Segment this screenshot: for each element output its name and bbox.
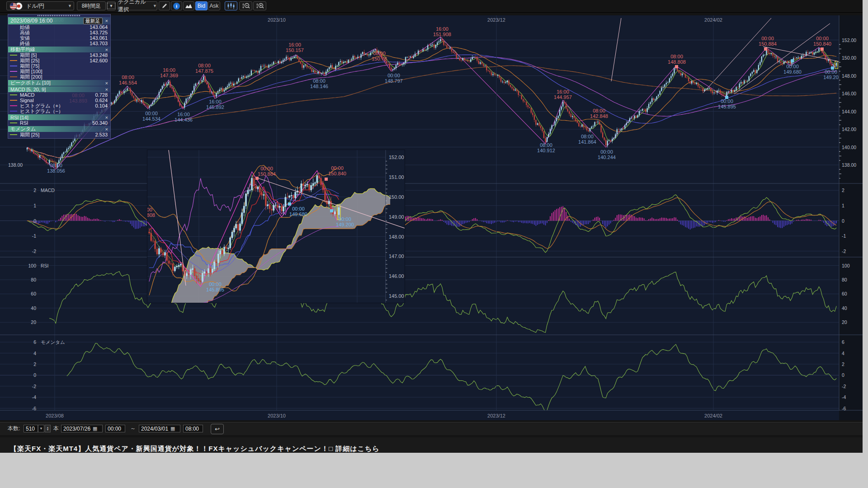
bid-button[interactable]: Bid (195, 1, 208, 10)
area-chart-button[interactable] (183, 1, 194, 10)
currency-pair-select[interactable]: ドル/円 ▼ (6, 1, 74, 10)
indicator-row: 終値143.703 (8, 41, 110, 46)
line-swatch-icon (10, 66, 17, 66)
indicator-value: 143.248 (90, 52, 108, 58)
close-icon[interactable]: × (104, 18, 109, 23)
bar-count-label: 本数: (8, 425, 20, 432)
svg-text:40: 40 (31, 305, 36, 311)
indicator-section-header: ピークボトム [10]× (8, 80, 110, 86)
section-title: ピークボトム [10] (10, 80, 104, 86)
chevron-down-icon: ▼ (153, 4, 157, 8)
close-icon[interactable]: × (104, 80, 109, 86)
svg-text:2: 2 (842, 188, 844, 193)
info-button[interactable]: i (171, 1, 182, 10)
svg-text:80: 80 (842, 277, 847, 282)
svg-text:4: 4 (842, 351, 844, 356)
zoom-out-button[interactable] (239, 1, 252, 10)
svg-text:150.00: 150.00 (389, 194, 404, 200)
section-title: MACD [5, 20, 9] (10, 87, 104, 92)
mountain-icon (185, 3, 193, 9)
close-icon[interactable]: × (104, 87, 109, 92)
svg-text:0: 0 (33, 372, 36, 378)
range-separator: ～ (130, 425, 136, 432)
ask-button[interactable]: Ask (208, 1, 220, 10)
marquee-text: 【楽天FX・楽天MT4】人気通貨ペア・新興国通貨が対象！！FXキャッシュバックキ… (10, 445, 380, 453)
svg-text:6: 6 (33, 339, 36, 345)
svg-text:2023/08: 2023/08 (46, 413, 64, 418)
annotation-time: 00:00 (258, 166, 276, 171)
calendar-icon[interactable]: ▦ (93, 426, 97, 432)
svg-text:6: 6 (842, 339, 844, 345)
draw-tool-button[interactable] (159, 1, 170, 10)
zoom-inset-chart[interactable]: 152.00151.00150.00149.00148.00147.00146.… (147, 150, 405, 303)
bar-count-dropdown[interactable]: ▼ (38, 425, 44, 432)
bar-count-spinner[interactable]: ▲ ▼ (45, 425, 51, 432)
spin-down-icon[interactable]: ▼ (47, 429, 49, 431)
bar-count-value: 510 (26, 426, 35, 432)
reset-range-button[interactable]: ↩ (211, 424, 224, 434)
annotation-price: 145.895 (206, 287, 224, 292)
candle-chart-type-button[interactable] (225, 1, 237, 10)
bar-count-input[interactable]: 510 (24, 425, 38, 432)
indicator-value: 143.703 (90, 41, 108, 46)
from-time-input[interactable]: 00:00 (105, 425, 125, 432)
indicator-row: ヒストグラム（−） (8, 108, 110, 114)
info-icon: i (173, 3, 180, 9)
close-icon[interactable]: × (104, 47, 109, 52)
technical-select-button[interactable]: テクニカル選択 ▼ (118, 1, 157, 10)
toolbar: ドル/円 ▼ 8時間足 ▼ テクニカル選択 ▼ i Bid A (0, 0, 863, 13)
annotation-time: 00:00 (206, 282, 224, 287)
svg-text:152.00: 152.00 (389, 155, 404, 160)
zoom-in-button[interactable] (253, 1, 266, 10)
indicator-info-panel[interactable]: 2023/08/09 16:00 最新足 × 始値143.064高値143.72… (8, 14, 111, 139)
svg-text:0: 0 (842, 372, 844, 378)
chevron-down-icon: ▼ (107, 3, 116, 9)
price-annotation: 00:00149.200 (336, 216, 354, 227)
indicator-section-header: RSI [14]× (8, 114, 110, 120)
svg-text:2: 2 (33, 361, 36, 367)
from-time-value: 00:00 (108, 426, 121, 432)
svg-text:100: 100 (28, 263, 36, 268)
to-date-input[interactable]: 2024/03/01 ▦ (139, 425, 180, 432)
svg-text:-1: -1 (842, 233, 846, 239)
svg-text:142.00: 142.00 (842, 127, 856, 132)
chevron-down-icon: ▼ (66, 4, 74, 8)
timeframe-select[interactable]: 8時間足 (77, 1, 106, 10)
from-date-value: 2023/07/26 (63, 426, 90, 432)
indicator-section-header: MACD [5, 20, 9]× (8, 86, 110, 92)
indicator-label: MACD (20, 92, 95, 98)
svg-text:40: 40 (842, 305, 847, 311)
to-time-value: 08:00 (185, 426, 199, 432)
price-annotation: 00:00150.884 (258, 166, 276, 177)
indicator-value: 143.064 (90, 24, 108, 30)
svg-text:1: 1 (33, 203, 36, 208)
to-time-input[interactable]: 08:00 (183, 425, 203, 432)
to-date-value: 2024/03/01 (141, 426, 168, 432)
svg-text:-6: -6 (842, 406, 846, 411)
svg-text:60: 60 (842, 291, 847, 296)
indicator-value: 0.624 (95, 98, 108, 103)
svg-text:0: 0 (842, 218, 844, 224)
timeframe-dropdown-button[interactable]: ▼ (107, 1, 116, 10)
price-annotation: 08:00148.808 (147, 207, 155, 218)
svg-text:2023/12: 2023/12 (487, 17, 505, 23)
line-swatch-icon (10, 122, 17, 123)
bar-count-unit: 本 (53, 425, 59, 432)
main-chart-canvas[interactable]: 152.00150.00148.00146.00144.00142.00140.… (0, 0, 863, 422)
close-icon[interactable]: × (104, 115, 109, 120)
indicator-value: 50.340 (92, 120, 108, 126)
chevron-down-icon: ▼ (39, 427, 43, 431)
annotation-time: 00:00 (336, 216, 354, 222)
svg-text:-2: -2 (842, 384, 846, 389)
inset-chart-canvas: 152.00151.00150.00149.00148.00147.00146.… (147, 150, 405, 303)
zoom-in-icon (256, 2, 264, 9)
candlestick-icon (227, 3, 235, 9)
panel-drag-handle[interactable] (38, 15, 81, 16)
news-marquee-bar[interactable]: 【楽天FX・楽天MT4】人気通貨ペア・新興国通貨が対象！！FXキャッシュバックキ… (0, 437, 863, 453)
close-icon[interactable]: × (104, 127, 109, 132)
from-date-input[interactable]: 2023/07/26 ▦ (61, 425, 103, 432)
bottom-marker (288, 202, 291, 206)
latest-bar-button[interactable]: 最新足 (83, 18, 103, 24)
calendar-icon[interactable]: ▦ (170, 426, 175, 432)
pencil-icon (161, 3, 168, 9)
